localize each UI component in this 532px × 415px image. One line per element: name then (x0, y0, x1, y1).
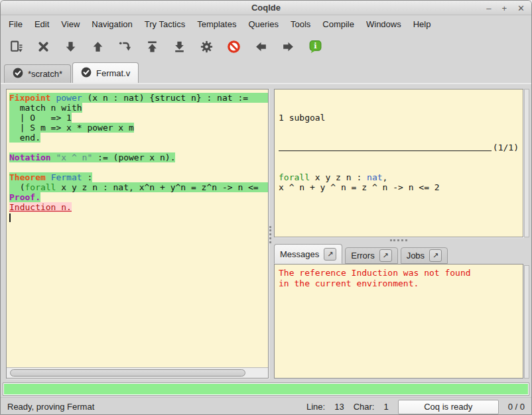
coqide-window: CoqIde –+✕ FileEditViewNavigationTry Tac… (0, 0, 532, 415)
tab-label: Errors (351, 251, 374, 261)
script-editor[interactable]: Fixpoint power (x n : nat) {struct n} : … (7, 89, 268, 367)
title-bar[interactable]: CoqIde –+✕ (1, 1, 531, 15)
menu-item-queries[interactable]: Queries (242, 17, 285, 32)
check-circle-icon (13, 68, 23, 80)
minimize-button[interactable]: – (486, 4, 491, 13)
menu-item-navigation[interactable]: Navigation (86, 17, 138, 32)
close-button[interactable]: ✕ (517, 4, 525, 13)
tab-messages[interactable]: Messages↗ (274, 244, 342, 264)
menu-bar: FileEditViewNavigationTry TacticsTemplat… (1, 15, 531, 32)
goal-header: 1 subgoal (279, 113, 519, 123)
code-line (9, 212, 268, 222)
goto-cursor-icon (118, 40, 132, 54)
document-tab-bar: *scratch*Fermat.v (1, 60, 531, 84)
maximize-button[interactable]: + (502, 4, 507, 13)
info-icon: i (308, 40, 322, 54)
detach-arrow-icon: ↗ (432, 251, 438, 260)
main-content: Fixpoint power (x n : nat) {struct n} : … (1, 84, 531, 381)
code-line: match n with (9, 103, 268, 113)
menu-item-view[interactable]: View (55, 17, 86, 32)
script-editor-pane: Fixpoint power (x n : nat) {struct n} : … (6, 89, 269, 379)
char-value: 1 (383, 402, 388, 412)
toolbar-backward-one-step-button[interactable] (86, 35, 109, 58)
status-right: Line: 13 Char: 1 Coq is ready 0 / 0 (306, 400, 525, 414)
menu-item-windows[interactable]: Windows (360, 17, 407, 32)
message-tab-bar: Messages↗Errors↗Jobs↗ (274, 244, 523, 264)
toolbar-restart-button[interactable] (140, 35, 164, 58)
tab-fermat-v[interactable]: Fermat.v (72, 62, 139, 83)
close-icon (36, 40, 50, 54)
tab-errors[interactable]: Errors↗ (345, 247, 397, 264)
tab-label: Jobs (407, 251, 425, 261)
toolbar-previous-button[interactable] (249, 35, 273, 58)
arrow-up-icon (91, 40, 105, 54)
code-line: Fixpoint power (x n : nat) {struct n} : … (9, 93, 268, 103)
status-message: Ready, proving Fermat (7, 402, 306, 412)
code-line: | O => 1 (9, 113, 268, 123)
window-controls: –+✕ (486, 1, 525, 15)
toolbar-forward-one-step-button[interactable] (58, 35, 82, 58)
arrow-right-icon (281, 40, 295, 54)
menu-item-compile[interactable]: Compile (316, 17, 360, 32)
toolbar: i (1, 32, 531, 60)
stop-icon (227, 40, 241, 54)
toolbar-go-to-end-button[interactable] (167, 35, 191, 58)
text-caret (9, 213, 11, 222)
toolbar-next-button[interactable] (276, 35, 300, 58)
goal-counter: (1/1) (492, 143, 519, 152)
detach-messages-button[interactable]: ↗ (324, 248, 336, 261)
detach-arrow-icon: ↗ (327, 250, 333, 259)
menu-item-edit[interactable]: Edit (29, 17, 55, 32)
toolbar-interrupt-button[interactable] (222, 35, 245, 58)
char-label: Char: (354, 402, 375, 412)
scrollbar-thumb[interactable] (10, 369, 245, 377)
menu-item-tools[interactable]: Tools (285, 17, 316, 32)
goal-rule-line (279, 150, 492, 151)
code-line: Proof. (9, 192, 268, 202)
line-label: Line: (306, 402, 325, 412)
toolbar-about-button[interactable]: i (303, 35, 327, 58)
code-line: end. (9, 133, 268, 143)
messages-vertical-scrollbar[interactable] (524, 265, 529, 379)
tab-label: Messages (280, 249, 319, 259)
goal-text: forall x y z n : nat,x ^ n + y ^ n = z ^… (279, 172, 519, 192)
progress-row (1, 381, 531, 397)
status-bar: Ready, proving Fermat Line: 13 Char: 1 C… (1, 397, 531, 415)
goal-panel[interactable]: 1 subgoal (1/1) forall x y z n : nat,x ^… (274, 89, 523, 237)
progress-bar (3, 383, 529, 396)
menu-item-file[interactable]: File (3, 17, 29, 32)
toolbar-close-button[interactable] (31, 35, 55, 58)
arrow-left-icon (254, 40, 268, 54)
message-line: The reference Induction was not found (279, 268, 519, 278)
menu-item-try-tactics[interactable]: Try Tactics (139, 17, 191, 32)
tab-scratch[interactable]: *scratch* (4, 64, 71, 83)
window-title: CoqIde (1, 3, 531, 13)
vertical-splitter-handle[interactable] (269, 226, 271, 243)
goal-separator: (1/1) (279, 143, 519, 152)
tab-jobs[interactable]: Jobs↗ (401, 247, 448, 264)
menu-item-templates[interactable]: Templates (191, 17, 242, 32)
goal-line: forall x y z n : nat, (279, 172, 519, 182)
check-circle-icon (81, 67, 92, 80)
toolbar-fully-check-button[interactable] (194, 35, 218, 58)
arrow-to-bottom-icon (172, 40, 186, 54)
toolbar-save-button[interactable] (4, 35, 28, 58)
detach-jobs-button[interactable]: ↗ (429, 249, 442, 262)
gear-icon (200, 40, 214, 54)
toolbar-go-to-cursor-button[interactable] (113, 35, 137, 58)
horizontal-splitter-handle[interactable] (390, 239, 407, 241)
code-line: Theorem Fermat : (9, 172, 268, 182)
svg-text:i: i (314, 41, 317, 50)
goal-vertical-scrollbar[interactable] (524, 89, 529, 237)
messages-panel[interactable]: The reference Induction was not foundin … (274, 264, 523, 379)
code-line: Notation "x ^ n" := (power x n). (9, 152, 268, 162)
code-line: (forall x y z n : nat, x^n + y^n = z^n -… (9, 182, 268, 192)
editor-horizontal-scrollbar[interactable] (7, 367, 268, 378)
line-value: 13 (334, 402, 344, 412)
tab-label: Fermat.v (96, 68, 130, 78)
arrow-down-icon (64, 40, 78, 54)
detach-errors-button[interactable]: ↗ (379, 249, 392, 262)
menu-item-help[interactable]: Help (407, 17, 437, 32)
progress-fill (4, 384, 528, 394)
message-line: in the current environment. (279, 278, 519, 289)
